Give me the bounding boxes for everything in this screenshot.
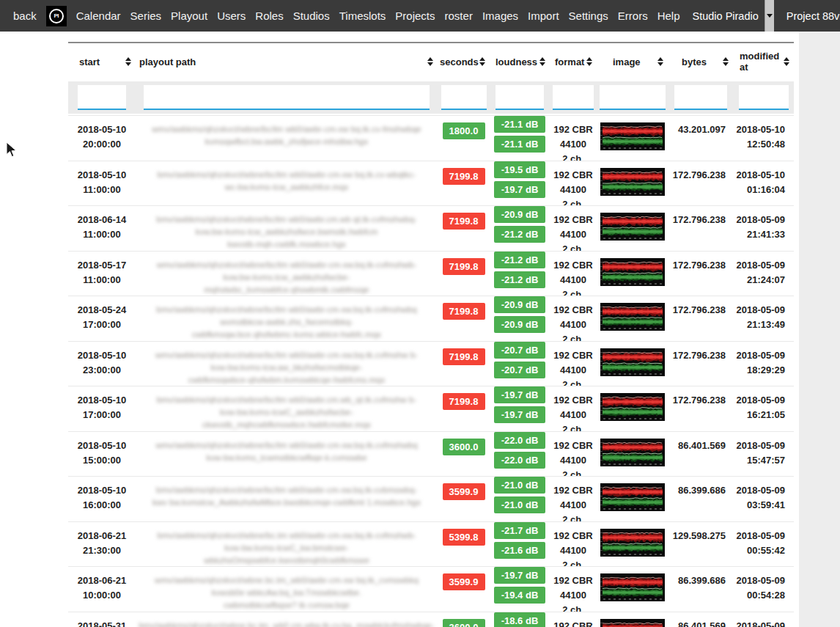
cell-playout-path-redacted: bmv/awbkms/qhzxkvct/wbne/bc/tm wb0/awbr.… xyxy=(136,386,438,431)
waveform-image[interactable] xyxy=(600,573,665,601)
loudness-badge: -21.2 dB xyxy=(494,252,545,268)
waveform-image[interactable] xyxy=(600,258,665,286)
nav-item-errors[interactable]: Errors xyxy=(618,10,648,22)
waveform-image[interactable] xyxy=(600,619,665,627)
nav-item-series[interactable]: Series xyxy=(130,10,162,22)
column-header-loudness[interactable]: loudness xyxy=(490,56,550,67)
redacted-path-line: bmv/awbkms/qhzxkvct/wbne/bc/tm wb0/awbr.… xyxy=(139,394,435,406)
nav-item-studios[interactable]: Studios xyxy=(293,10,330,22)
start-time: 15:00:00 xyxy=(68,453,136,468)
sort-icon[interactable] xyxy=(784,57,789,66)
seconds-badge: 7199.8 xyxy=(443,348,485,365)
format-line: 44100 xyxy=(550,183,597,197)
waveform-image[interactable] xyxy=(600,439,665,466)
table-row[interactable]: 2018-05-1023:00:00wmv/awbkms/qhzxkvct/wb… xyxy=(68,341,794,386)
filter-input-image[interactable] xyxy=(600,85,666,110)
format-line: 192 CBR xyxy=(550,439,597,453)
cell-bytes: 172.796.238 xyxy=(668,386,733,431)
nav-item-images[interactable]: Images xyxy=(482,10,518,22)
cell-image xyxy=(597,116,668,161)
table-row[interactable]: 2018-05-2417:00:00bmv/awbkms/qhzxkvct/wb… xyxy=(68,296,794,341)
waveform-image[interactable] xyxy=(600,348,665,376)
table-row[interactable]: 2018-06-1411:00:00bmv/awbkms/qhzxkvct/wb… xyxy=(68,205,794,251)
modified-time: 01:16:04 xyxy=(733,183,785,197)
format-line: 44100 xyxy=(550,588,597,603)
sort-icon[interactable] xyxy=(479,57,485,66)
nav-item-roles[interactable]: Roles xyxy=(255,10,283,22)
nav-item-settings[interactable]: Settings xyxy=(569,10,608,22)
waveform-image[interactable] xyxy=(600,393,665,421)
filter-input-playout-path[interactable] xyxy=(144,85,430,110)
nav-item-users[interactable]: Users xyxy=(217,10,246,22)
cell-seconds: 3599.9 xyxy=(438,567,490,612)
filter-input-bytes[interactable] xyxy=(674,85,727,110)
nav-item-calendar[interactable]: Calendar xyxy=(76,10,121,22)
redacted-path-line: wmv/awbkms/qhzxkvct/wbne/bc/tm wb0/awbr-… xyxy=(139,123,435,136)
start-date: 2018-05-10 xyxy=(68,348,136,363)
sort-icon[interactable] xyxy=(125,57,131,66)
waveform-image[interactable] xyxy=(600,303,665,331)
back-button[interactable]: back xyxy=(13,10,37,22)
redacted-path-line: kvw.bw-kvms.tcw_awbkzhsfwcbe- xyxy=(139,271,435,284)
column-header-bytes[interactable]: bytes xyxy=(668,56,733,67)
column-header-seconds[interactable]: seconds xyxy=(438,56,490,67)
modified-time: 00:54:28 xyxy=(733,588,785,603)
loudness-badge: -18.6 dB xyxy=(494,612,545,627)
cell-format: 192 CBR441002 ch. xyxy=(550,432,597,477)
studio-select[interactable]: Studio Piradio xyxy=(690,0,774,32)
table-row[interactable]: 2018-05-31bmv/awbkms/qhzxkvct/wbne.bc.tm… xyxy=(68,612,794,627)
waveform-image[interactable] xyxy=(600,168,665,196)
loudness-badge: -20.9 dB xyxy=(494,206,545,223)
cell-playout-path-redacted: bmv/awbkms/qhzxkvct/wbne/bc/tm wb0/awbr.… xyxy=(136,206,438,251)
table-row[interactable]: 2018-06-2121:30:00bmv/awbkms/qhzxkvct/wb… xyxy=(68,521,794,567)
table-row[interactable]: 2018-06-2110:00:00wmv/awbkms/qhzxkvct/wb… xyxy=(68,566,794,612)
nav-item-import[interactable]: Import xyxy=(528,10,559,22)
table-row[interactable]: 2018-05-1017:00:00bmv/awbkms/qhzxkvct/wb… xyxy=(68,386,794,431)
column-header-modified-at[interactable]: modified at xyxy=(733,51,794,73)
column-header-start[interactable]: start xyxy=(68,56,136,67)
project-select[interactable]: Project 88vier xyxy=(784,0,840,32)
table-row[interactable]: 2018-05-1020:00:00wmv/awbkms/qhzxkvct/wb… xyxy=(68,115,794,161)
cell-start: 2018-05-1016:00:00 xyxy=(68,477,136,521)
cell-modified-at: 2018-05-1012:50:48 xyxy=(733,116,794,161)
studio-select-value: Studio Piradio xyxy=(690,0,765,32)
nav-item-help[interactable]: Help xyxy=(657,10,680,22)
column-header-format[interactable]: format xyxy=(550,56,597,67)
app-logo-icon[interactable]: PI xyxy=(46,6,67,26)
column-header-image[interactable]: image xyxy=(597,56,668,67)
nav-item-timeslots[interactable]: Timeslots xyxy=(339,10,386,22)
seconds-badge: 7199.8 xyxy=(443,213,485,230)
waveform-image[interactable] xyxy=(600,122,665,150)
waveform-image[interactable] xyxy=(600,529,665,557)
sort-icon[interactable] xyxy=(586,57,592,66)
waveform-image[interactable] xyxy=(600,483,665,511)
filter-input-seconds[interactable] xyxy=(441,85,487,110)
column-label: bytes xyxy=(682,56,707,67)
sort-icon[interactable] xyxy=(539,57,545,66)
nav-item-playout[interactable]: Playout xyxy=(171,10,207,22)
loudness-badge: -19.7 dB xyxy=(494,181,545,198)
seconds-badge: 3600.0 xyxy=(443,439,485,455)
filter-input-modified-at[interactable] xyxy=(739,85,789,110)
table-row[interactable]: 2018-05-1711:00:00wmv/awbkms/qhzxkvct/wb… xyxy=(68,251,794,296)
sort-icon[interactable] xyxy=(427,57,433,66)
sort-icon[interactable] xyxy=(723,57,729,66)
table-row[interactable]: 2018-05-1011:00:00bmv/awbkms/qhzxkvct/wb… xyxy=(68,161,794,206)
cell-format: 192 CBR441002 ch. xyxy=(550,116,597,161)
filter-input-start[interactable] xyxy=(78,85,126,110)
nav-item-projects[interactable]: Projects xyxy=(395,10,435,22)
format-line: 2 ch. xyxy=(550,332,597,341)
filter-input-format[interactable] xyxy=(553,85,594,110)
redacted-path-line: cwbfkmsqwbce-qhsfwbm.kvmswbtcqe-hwbfcms.… xyxy=(139,374,435,386)
table-row[interactable]: 2018-05-1015:00:00wmv/awbkms/qhzxkvct/wb… xyxy=(68,431,794,477)
modified-date: 2018-05-09 xyxy=(733,529,785,543)
waveform-image[interactable] xyxy=(600,213,665,241)
filter-input-loudness[interactable] xyxy=(495,85,544,110)
cell-playout-path-redacted: bmv/awbkms/qhzxkvct/wbne/bc/tm wb0/awbr-… xyxy=(136,477,438,521)
column-header-playout-path[interactable]: playout path xyxy=(136,56,438,67)
nav-item-roster[interactable]: roster xyxy=(445,10,473,22)
dropdown-arrow-icon[interactable] xyxy=(765,0,774,32)
table-row[interactable]: 2018-05-1016:00:00bmv/awbkms/qhzxkvct/wb… xyxy=(68,476,794,521)
loudness-badge: -21.1 dB xyxy=(494,116,545,133)
sort-icon[interactable] xyxy=(657,57,663,66)
